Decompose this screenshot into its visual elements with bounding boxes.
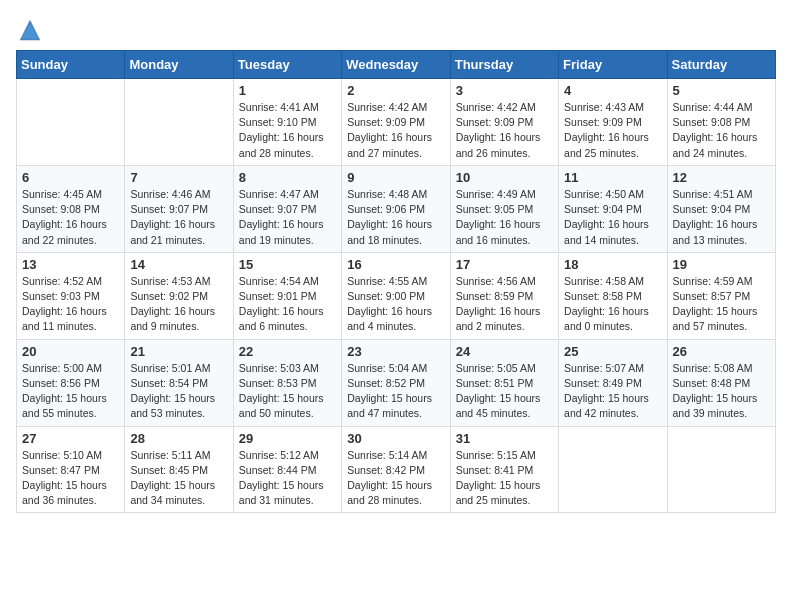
calendar-week-2: 6Sunrise: 4:45 AM Sunset: 9:08 PM Daylig… — [17, 165, 776, 252]
day-number: 20 — [22, 344, 119, 359]
weekday-header-wednesday: Wednesday — [342, 51, 450, 79]
calendar-cell: 10Sunrise: 4:49 AM Sunset: 9:05 PM Dayli… — [450, 165, 558, 252]
calendar-week-1: 1Sunrise: 4:41 AM Sunset: 9:10 PM Daylig… — [17, 79, 776, 166]
day-info: Sunrise: 5:05 AM Sunset: 8:51 PM Dayligh… — [456, 361, 553, 422]
day-number: 12 — [673, 170, 770, 185]
calendar-cell: 24Sunrise: 5:05 AM Sunset: 8:51 PM Dayli… — [450, 339, 558, 426]
calendar-cell: 27Sunrise: 5:10 AM Sunset: 8:47 PM Dayli… — [17, 426, 125, 513]
calendar-cell — [559, 426, 667, 513]
logo-icon — [16, 16, 44, 44]
day-number: 18 — [564, 257, 661, 272]
day-number: 22 — [239, 344, 336, 359]
day-number: 10 — [456, 170, 553, 185]
calendar-cell: 20Sunrise: 5:00 AM Sunset: 8:56 PM Dayli… — [17, 339, 125, 426]
day-info: Sunrise: 4:46 AM Sunset: 9:07 PM Dayligh… — [130, 187, 227, 248]
day-info: Sunrise: 5:11 AM Sunset: 8:45 PM Dayligh… — [130, 448, 227, 509]
calendar-cell: 18Sunrise: 4:58 AM Sunset: 8:58 PM Dayli… — [559, 252, 667, 339]
day-number: 5 — [673, 83, 770, 98]
day-info: Sunrise: 4:47 AM Sunset: 9:07 PM Dayligh… — [239, 187, 336, 248]
calendar-cell — [17, 79, 125, 166]
calendar-cell: 8Sunrise: 4:47 AM Sunset: 9:07 PM Daylig… — [233, 165, 341, 252]
weekday-header-friday: Friday — [559, 51, 667, 79]
day-number: 9 — [347, 170, 444, 185]
weekday-header-monday: Monday — [125, 51, 233, 79]
calendar-cell: 4Sunrise: 4:43 AM Sunset: 9:09 PM Daylig… — [559, 79, 667, 166]
day-number: 26 — [673, 344, 770, 359]
day-number: 14 — [130, 257, 227, 272]
day-number: 31 — [456, 431, 553, 446]
calendar-cell: 7Sunrise: 4:46 AM Sunset: 9:07 PM Daylig… — [125, 165, 233, 252]
calendar-cell: 16Sunrise: 4:55 AM Sunset: 9:00 PM Dayli… — [342, 252, 450, 339]
calendar-cell: 21Sunrise: 5:01 AM Sunset: 8:54 PM Dayli… — [125, 339, 233, 426]
calendar-cell: 3Sunrise: 4:42 AM Sunset: 9:09 PM Daylig… — [450, 79, 558, 166]
calendar-cell: 17Sunrise: 4:56 AM Sunset: 8:59 PM Dayli… — [450, 252, 558, 339]
day-number: 17 — [456, 257, 553, 272]
weekday-header-saturday: Saturday — [667, 51, 775, 79]
day-info: Sunrise: 4:59 AM Sunset: 8:57 PM Dayligh… — [673, 274, 770, 335]
calendar-cell: 15Sunrise: 4:54 AM Sunset: 9:01 PM Dayli… — [233, 252, 341, 339]
day-number: 19 — [673, 257, 770, 272]
day-number: 3 — [456, 83, 553, 98]
calendar-week-4: 20Sunrise: 5:00 AM Sunset: 8:56 PM Dayli… — [17, 339, 776, 426]
calendar-cell: 5Sunrise: 4:44 AM Sunset: 9:08 PM Daylig… — [667, 79, 775, 166]
logo — [16, 16, 48, 44]
calendar-cell: 12Sunrise: 4:51 AM Sunset: 9:04 PM Dayli… — [667, 165, 775, 252]
day-info: Sunrise: 4:44 AM Sunset: 9:08 PM Dayligh… — [673, 100, 770, 161]
day-info: Sunrise: 4:58 AM Sunset: 8:58 PM Dayligh… — [564, 274, 661, 335]
day-info: Sunrise: 5:12 AM Sunset: 8:44 PM Dayligh… — [239, 448, 336, 509]
day-number: 2 — [347, 83, 444, 98]
day-info: Sunrise: 5:00 AM Sunset: 8:56 PM Dayligh… — [22, 361, 119, 422]
weekday-header-row: SundayMondayTuesdayWednesdayThursdayFrid… — [17, 51, 776, 79]
day-info: Sunrise: 5:07 AM Sunset: 8:49 PM Dayligh… — [564, 361, 661, 422]
weekday-header-thursday: Thursday — [450, 51, 558, 79]
calendar-cell: 26Sunrise: 5:08 AM Sunset: 8:48 PM Dayli… — [667, 339, 775, 426]
calendar-cell: 23Sunrise: 5:04 AM Sunset: 8:52 PM Dayli… — [342, 339, 450, 426]
calendar-cell: 29Sunrise: 5:12 AM Sunset: 8:44 PM Dayli… — [233, 426, 341, 513]
calendar-cell: 1Sunrise: 4:41 AM Sunset: 9:10 PM Daylig… — [233, 79, 341, 166]
day-number: 23 — [347, 344, 444, 359]
day-info: Sunrise: 4:43 AM Sunset: 9:09 PM Dayligh… — [564, 100, 661, 161]
day-info: Sunrise: 5:04 AM Sunset: 8:52 PM Dayligh… — [347, 361, 444, 422]
day-number: 16 — [347, 257, 444, 272]
weekday-header-sunday: Sunday — [17, 51, 125, 79]
calendar-header: SundayMondayTuesdayWednesdayThursdayFrid… — [17, 51, 776, 79]
calendar-table: SundayMondayTuesdayWednesdayThursdayFrid… — [16, 50, 776, 513]
calendar-cell — [667, 426, 775, 513]
day-info: Sunrise: 4:42 AM Sunset: 9:09 PM Dayligh… — [347, 100, 444, 161]
day-number: 25 — [564, 344, 661, 359]
day-info: Sunrise: 4:56 AM Sunset: 8:59 PM Dayligh… — [456, 274, 553, 335]
day-info: Sunrise: 4:42 AM Sunset: 9:09 PM Dayligh… — [456, 100, 553, 161]
day-number: 1 — [239, 83, 336, 98]
day-info: Sunrise: 4:53 AM Sunset: 9:02 PM Dayligh… — [130, 274, 227, 335]
calendar-cell: 22Sunrise: 5:03 AM Sunset: 8:53 PM Dayli… — [233, 339, 341, 426]
day-number: 13 — [22, 257, 119, 272]
day-number: 27 — [22, 431, 119, 446]
day-number: 21 — [130, 344, 227, 359]
day-info: Sunrise: 4:50 AM Sunset: 9:04 PM Dayligh… — [564, 187, 661, 248]
calendar-cell: 14Sunrise: 4:53 AM Sunset: 9:02 PM Dayli… — [125, 252, 233, 339]
calendar-cell: 28Sunrise: 5:11 AM Sunset: 8:45 PM Dayli… — [125, 426, 233, 513]
calendar-cell: 2Sunrise: 4:42 AM Sunset: 9:09 PM Daylig… — [342, 79, 450, 166]
day-info: Sunrise: 4:49 AM Sunset: 9:05 PM Dayligh… — [456, 187, 553, 248]
day-info: Sunrise: 5:14 AM Sunset: 8:42 PM Dayligh… — [347, 448, 444, 509]
day-info: Sunrise: 5:01 AM Sunset: 8:54 PM Dayligh… — [130, 361, 227, 422]
day-number: 8 — [239, 170, 336, 185]
day-info: Sunrise: 5:08 AM Sunset: 8:48 PM Dayligh… — [673, 361, 770, 422]
day-info: Sunrise: 4:45 AM Sunset: 9:08 PM Dayligh… — [22, 187, 119, 248]
calendar-cell: 13Sunrise: 4:52 AM Sunset: 9:03 PM Dayli… — [17, 252, 125, 339]
day-info: Sunrise: 4:51 AM Sunset: 9:04 PM Dayligh… — [673, 187, 770, 248]
day-info: Sunrise: 4:54 AM Sunset: 9:01 PM Dayligh… — [239, 274, 336, 335]
calendar-cell — [125, 79, 233, 166]
calendar-cell: 9Sunrise: 4:48 AM Sunset: 9:06 PM Daylig… — [342, 165, 450, 252]
day-info: Sunrise: 5:15 AM Sunset: 8:41 PM Dayligh… — [456, 448, 553, 509]
calendar-week-3: 13Sunrise: 4:52 AM Sunset: 9:03 PM Dayli… — [17, 252, 776, 339]
calendar-cell: 6Sunrise: 4:45 AM Sunset: 9:08 PM Daylig… — [17, 165, 125, 252]
calendar-cell: 25Sunrise: 5:07 AM Sunset: 8:49 PM Dayli… — [559, 339, 667, 426]
day-number: 7 — [130, 170, 227, 185]
day-number: 29 — [239, 431, 336, 446]
day-number: 30 — [347, 431, 444, 446]
calendar-cell: 19Sunrise: 4:59 AM Sunset: 8:57 PM Dayli… — [667, 252, 775, 339]
day-info: Sunrise: 4:55 AM Sunset: 9:00 PM Dayligh… — [347, 274, 444, 335]
day-number: 6 — [22, 170, 119, 185]
day-number: 15 — [239, 257, 336, 272]
